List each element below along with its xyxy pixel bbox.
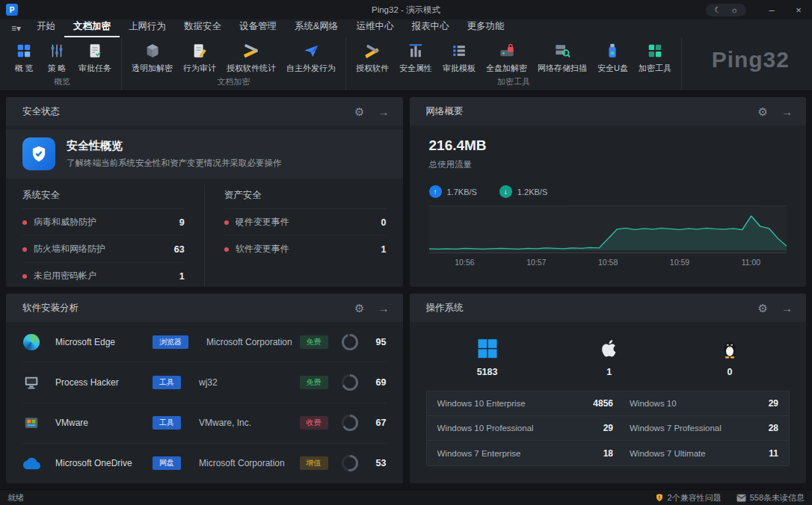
- tab-ops-center[interactable]: 运维中心: [347, 20, 402, 37]
- panel-title: 操作系统: [426, 302, 464, 315]
- table-row: Windows 10 Professional 29 Windows 7 Pro…: [427, 416, 790, 441]
- software-row[interactable]: VMware 工具 VMware, Inc. 收费 67: [22, 403, 387, 444]
- category-badge: 网盘: [153, 456, 181, 470]
- close-button[interactable]: ×: [785, 0, 812, 19]
- grid-icon: [16, 42, 32, 60]
- table-row: Windows 7 Enterprise 18 Windows 7 Ultima…: [427, 441, 790, 465]
- panel-security-status: 安全状态 ⚙ → 安全性概览 了解终端当前系统安全性和资产变更情况并采取必要操作…: [6, 97, 403, 287]
- ping32-logo: Ping32: [712, 47, 790, 72]
- software-score: 67: [367, 418, 387, 428]
- usb-drive-icon: [604, 42, 621, 60]
- titlebar-quick-actions: ☾ ☼: [706, 4, 746, 16]
- storage-scan-icon: [554, 42, 570, 60]
- gear-icon[interactable]: ⚙: [354, 106, 364, 117]
- unread-messages-item[interactable]: 558条未读信息: [736, 492, 805, 504]
- arrow-right-icon[interactable]: →: [378, 303, 390, 314]
- security-item[interactable]: 病毒和威胁防护 9: [22, 209, 185, 236]
- x-tick: 10:58: [598, 258, 618, 267]
- software-row[interactable]: Microsoft Edge 浏览器 Microsoft Corporation…: [22, 322, 387, 362]
- ribbon-button-approval-template[interactable]: 审批模板: [437, 40, 481, 75]
- ribbon-group-label: 文档加密: [126, 75, 341, 90]
- app-logo-icon: P: [6, 4, 18, 16]
- license-badge: 免费: [300, 335, 328, 349]
- panel-title: 网络概要: [426, 105, 464, 118]
- theme-moon-icon[interactable]: ☾: [714, 5, 722, 15]
- tab-web-behavior[interactable]: 上网行为: [120, 20, 175, 37]
- tools-grid-icon: [647, 42, 663, 60]
- platform-linux: 0: [720, 335, 739, 377]
- x-tick: 10:59: [670, 258, 689, 267]
- alert-dot-icon: [22, 220, 27, 225]
- security-item[interactable]: 软件变更事件 1: [224, 236, 387, 262]
- security-overview-banner: 安全性概览 了解终端当前系统安全性和资产变更情况并采取必要操作: [6, 129, 403, 179]
- arrow-right-icon[interactable]: →: [781, 106, 793, 117]
- column-header: 系统安全: [22, 185, 185, 209]
- ruler-pencil-icon: [243, 42, 259, 60]
- ribbon-button-secure-usb[interactable]: 安全U盘: [592, 40, 633, 75]
- software-score: 53: [367, 458, 387, 468]
- alert-dot-icon: [224, 220, 229, 225]
- ribbon-button-approval-tasks[interactable]: 审批任务: [73, 40, 117, 75]
- tab-more-features[interactable]: 更多功能: [458, 20, 513, 37]
- category-badge: 工具: [153, 416, 181, 430]
- security-item[interactable]: 硬件变更事件 0: [224, 209, 387, 236]
- software-score: 95: [367, 337, 387, 347]
- ribbon-button-behavior-audit[interactable]: 行为审计: [178, 40, 221, 75]
- network-total-label: 总使用流量: [429, 159, 787, 170]
- ribbon-button-overview[interactable]: 概 览: [7, 40, 40, 75]
- tab-system-network[interactable]: 系统&网络: [286, 20, 347, 37]
- ribbon-button-policy[interactable]: 策 略: [40, 40, 73, 75]
- ribbon-button-outbound-behavior[interactable]: 自主外发行为: [281, 40, 341, 75]
- table-row: Windows 10 Enterprise 4856 Windows 10 29: [427, 391, 790, 416]
- network-total-usage: 216.4MB: [429, 137, 787, 154]
- panel-title: 软件安装分析: [22, 302, 79, 315]
- envelope-icon: [736, 494, 746, 502]
- tab-device-management[interactable]: 设备管理: [230, 20, 286, 37]
- vmware-app-icon: [22, 414, 40, 432]
- software-row[interactable]: Microsoft OneDrive 网盘 Microsoft Corporat…: [22, 444, 387, 483]
- document-check-icon: [87, 42, 103, 60]
- panel-operating-system: 操作系统 ⚙ → 5183 1: [410, 294, 807, 483]
- category-badge: 浏览器: [153, 335, 188, 349]
- os-distribution-table: Windows 10 Enterprise 4856 Windows 10 29…: [426, 391, 790, 466]
- ribbon-button-licensed-software[interactable]: 授权软件: [351, 40, 394, 75]
- disk-lock-icon: [499, 42, 515, 60]
- arrow-right-icon[interactable]: →: [378, 106, 390, 117]
- gear-icon[interactable]: ⚙: [758, 106, 768, 117]
- software-row[interactable]: Process Hacker 工具 wj32 免费 69: [22, 362, 387, 403]
- main-menu-icon[interactable]: ≡▾: [4, 23, 28, 37]
- upload-icon: ↑: [429, 185, 442, 198]
- license-badge: 免费: [300, 376, 328, 389]
- x-tick: 10:57: [526, 258, 546, 267]
- arrow-right-icon[interactable]: →: [781, 303, 793, 314]
- ribbon-group-document-encryption: 透明加解密 行为审计 授权软件统计 自主外发行为 文档加密: [122, 37, 346, 90]
- ribbon-button-transparent-encryption[interactable]: 透明加解密: [126, 40, 178, 75]
- x-tick: 10:56: [455, 258, 474, 267]
- gear-icon[interactable]: ⚙: [758, 303, 768, 314]
- panel-title: 安全状态: [22, 105, 60, 118]
- tab-start[interactable]: 开始: [28, 20, 64, 37]
- dashboard: 安全状态 ⚙ → 安全性概览 了解终端当前系统安全性和资产变更情况并采取必要操作…: [0, 91, 812, 489]
- security-item[interactable]: 防火墙和网络防护 63: [22, 236, 185, 263]
- ribbon-group-overview: 概 览 策 略 审批任务 概览: [3, 37, 122, 90]
- alert-dot-icon: [22, 274, 27, 279]
- security-item[interactable]: 未启用密码帐户 1: [22, 263, 185, 287]
- tab-data-security[interactable]: 数据安全: [175, 20, 230, 37]
- ribbon-button-network-storage-scan[interactable]: 网络存储扫描: [532, 40, 592, 75]
- tab-report-center[interactable]: 报表中心: [402, 20, 458, 37]
- tab-document-encryption[interactable]: 文档加密: [64, 20, 120, 37]
- ribbon-button-licensed-software-stats[interactable]: 授权软件统计: [221, 40, 281, 75]
- ribbon-button-full-disk-encryption[interactable]: 全盘加解密: [481, 40, 532, 75]
- platform-apple: 1: [599, 335, 620, 377]
- column-header: 资产安全: [224, 185, 387, 209]
- warning-shield-icon: [655, 493, 664, 502]
- ribbon-button-encryption-tools[interactable]: 加密工具: [633, 40, 677, 75]
- theme-sun-icon[interactable]: ☼: [731, 5, 738, 14]
- panel-network-overview: 网络概要 ⚙ → 216.4MB 总使用流量 ↑ 1.7KB/S ↓ 1.2KB…: [410, 97, 807, 287]
- compat-warning-item[interactable]: 2个兼容性问题: [655, 492, 722, 504]
- minimize-button[interactable]: –: [758, 0, 785, 19]
- gear-icon[interactable]: ⚙: [354, 303, 364, 314]
- ribbon-button-security-properties[interactable]: 安全属性: [394, 40, 437, 75]
- list-icon: [451, 42, 467, 60]
- download-rate: ↓ 1.2KB/S: [499, 185, 547, 198]
